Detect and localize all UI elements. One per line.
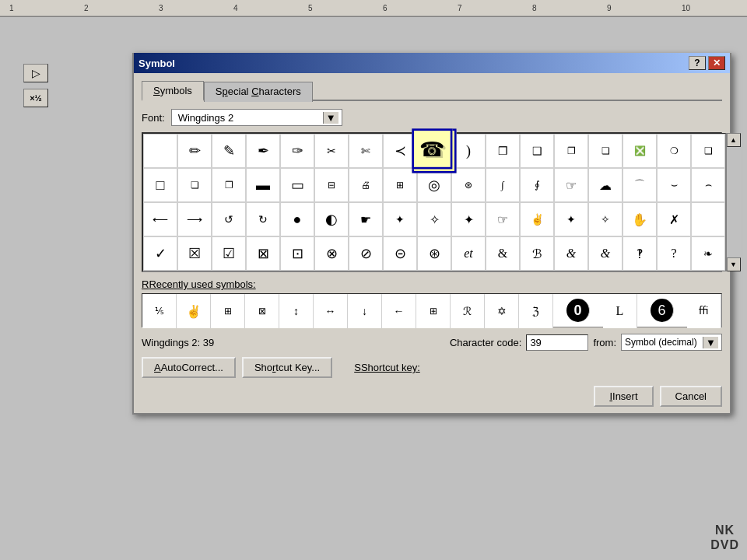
- symbol-cell[interactable]: ❑: [520, 134, 554, 168]
- recently-cell[interactable]: ↓: [348, 294, 382, 328]
- font-dropdown-arrow[interactable]: ▼: [323, 112, 338, 124]
- symbol-cell[interactable]: ↺: [212, 202, 246, 236]
- recently-cell[interactable]: ⊞: [211, 294, 245, 328]
- shortcut-key-button[interactable]: Shortcut Key...: [242, 357, 332, 378]
- symbol-cell[interactable]: ⟵: [143, 202, 177, 236]
- help-button[interactable]: ?: [689, 56, 706, 70]
- scroll-track[interactable]: [727, 147, 741, 257]
- symbol-cell[interactable]: ❐: [212, 168, 246, 202]
- symbol-cell[interactable]: ∫: [486, 168, 520, 202]
- recently-cell[interactable]: ↕: [279, 294, 314, 328]
- symbol-cell[interactable]: ❎: [622, 134, 657, 168]
- symbol-cell[interactable]: ✧: [588, 202, 622, 236]
- symbol-cell[interactable]: ❧: [691, 236, 725, 271]
- symbol-cell[interactable]: ℬ: [520, 236, 554, 271]
- recently-cell[interactable]: ←: [382, 294, 416, 328]
- symbol-cell[interactable]: ⌣: [657, 168, 691, 202]
- symbol-cell[interactable]: &: [554, 236, 588, 271]
- symbol-cell[interactable]: ⊘: [349, 236, 383, 271]
- symbol-cell[interactable]: ‽: [622, 236, 657, 271]
- symbol-cell[interactable]: et: [451, 236, 486, 271]
- symbol-cell-selected[interactable]: ☎ ☎: [412, 128, 456, 173]
- symbol-cell[interactable]: ⌒: [622, 168, 657, 202]
- symbol-cell[interactable]: ✌: [520, 202, 554, 236]
- recently-cell[interactable]: ℨ: [519, 294, 553, 328]
- symbol-cell[interactable]: 🖨: [349, 168, 383, 202]
- recently-cell[interactable]: ↔: [314, 294, 348, 328]
- symbol-cell[interactable]: ✎: [212, 134, 246, 168]
- scroll-up-button[interactable]: ▲: [727, 133, 741, 147]
- symbol-cell[interactable]: ⊠: [246, 236, 280, 271]
- symbol-cell[interactable]: ▬: [246, 168, 280, 202]
- symbol-cell[interactable]: ✒: [246, 134, 280, 168]
- recently-cell[interactable]: ⅕: [142, 294, 177, 328]
- recently-cell[interactable]: ﬃ: [687, 294, 721, 328]
- symbol-cell[interactable]: ∮: [520, 168, 554, 202]
- symbol-cell[interactable]: ✋: [622, 202, 657, 236]
- scroll-down-button[interactable]: ▼: [727, 257, 741, 271]
- close-button[interactable]: ✕: [708, 56, 725, 70]
- symbol-cell[interactable]: ✦: [554, 202, 588, 236]
- symbol-cell[interactable]: ❏: [588, 134, 622, 168]
- symbol-cell[interactable]: ❒: [486, 134, 520, 168]
- symbol-cell[interactable]: ❑: [691, 134, 725, 168]
- symbol-cell[interactable]: ✦: [451, 202, 486, 236]
- symbol-cell[interactable]: ✂: [314, 134, 349, 168]
- symbol-cell[interactable]: ❐: [554, 134, 588, 168]
- symbol-cell[interactable]: ☒: [177, 236, 212, 271]
- recently-cell[interactable]: 6: [651, 299, 674, 322]
- recently-cell[interactable]: L: [603, 294, 637, 328]
- from-dropdown-arrow[interactable]: ▼: [703, 337, 718, 348]
- symbol-cell[interactable]: ✓: [143, 236, 177, 271]
- symbol-cell[interactable]: ◐: [314, 202, 349, 236]
- insert-button[interactable]: IInsert: [594, 386, 653, 407]
- symbol-cell[interactable]: ⊟: [314, 168, 349, 202]
- side-icon-1[interactable]: ▷: [23, 64, 48, 82]
- symbol-cell[interactable]: ⊛: [417, 236, 451, 271]
- svg-text:2: 2: [84, 4, 89, 12]
- autocorrect-button[interactable]: AAutoCorrect...: [142, 357, 236, 378]
- symbol-cell[interactable]: ☞: [486, 202, 520, 236]
- recently-cell[interactable]: ⊠: [245, 294, 279, 328]
- cancel-button[interactable]: Cancel: [660, 386, 722, 407]
- symbol-cell[interactable]: ✄: [349, 134, 383, 168]
- symbol-cell[interactable]: ▭: [280, 168, 314, 202]
- symbol-cell[interactable]: [143, 134, 177, 168]
- recently-cell[interactable]: ✌: [177, 294, 211, 328]
- recently-cell[interactable]: ℛ: [451, 294, 485, 328]
- symbol-cell[interactable]: ✦: [383, 202, 417, 236]
- symbol-cell[interactable]: ●: [280, 202, 314, 236]
- symbol-cell[interactable]: ✑: [280, 134, 314, 168]
- from-dropdown[interactable]: Symbol (decimal) ▼: [621, 334, 722, 351]
- symbol-cell[interactable]: ☁: [588, 168, 622, 202]
- svg-text:3: 3: [159, 4, 163, 12]
- symbol-cell[interactable]: ↻: [246, 202, 280, 236]
- symbol-cell[interactable]: ✗: [657, 202, 691, 236]
- symbol-cell[interactable]: □: [143, 168, 177, 202]
- symbol-cell[interactable]: [691, 202, 725, 236]
- symbol-cell[interactable]: ❏: [177, 168, 212, 202]
- symbol-cell[interactable]: ☛: [349, 202, 383, 236]
- tab-special-characters[interactable]: Special Characters: [204, 82, 313, 102]
- symbol-cell[interactable]: ⌢: [691, 168, 725, 202]
- recently-cell[interactable]: 0: [566, 299, 590, 322]
- symbol-cell[interactable]: ✧: [417, 202, 451, 236]
- symbol-cell[interactable]: ✏: [177, 134, 212, 168]
- svg-text:7: 7: [458, 4, 462, 12]
- tab-symbols[interactable]: Symbols: [142, 81, 204, 101]
- symbol-cell[interactable]: &: [486, 236, 520, 271]
- recently-cell[interactable]: ✡: [485, 294, 519, 328]
- symbol-cell[interactable]: ☑: [212, 236, 246, 271]
- symbol-cell[interactable]: ⊝: [383, 236, 417, 271]
- font-dropdown[interactable]: Wingdings 2 ▼: [171, 109, 342, 126]
- symbol-cell[interactable]: ⊡: [280, 236, 314, 271]
- symbol-cell[interactable]: ?: [657, 236, 691, 271]
- side-icon-2[interactable]: ×½: [23, 89, 48, 107]
- symbol-cell[interactable]: ⟶: [177, 202, 212, 236]
- symbol-cell[interactable]: ❍: [657, 134, 691, 168]
- symbol-cell[interactable]: ⊗: [314, 236, 349, 271]
- symbol-cell[interactable]: ☞: [554, 168, 588, 202]
- char-code-input[interactable]: [526, 334, 588, 351]
- recently-cell[interactable]: ⊞: [416, 294, 451, 328]
- symbol-cell[interactable]: &: [588, 236, 622, 271]
